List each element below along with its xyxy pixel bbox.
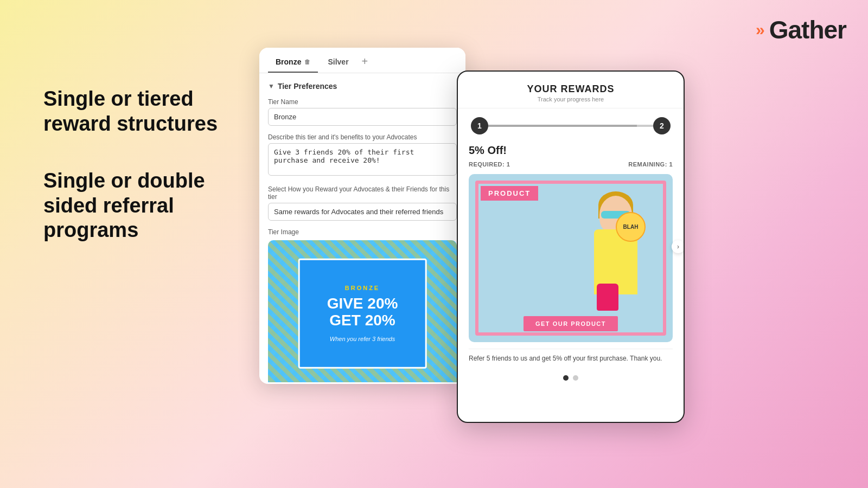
heading-double-sided: Single or double sided referral programs [43, 169, 250, 243]
speech-bubble: BLAH [616, 212, 646, 242]
dot-1[interactable] [563, 375, 569, 381]
rewards-header: YOUR REWARDS Track your progress here [458, 72, 684, 108]
progress-track: 1 2 [458, 108, 684, 139]
dot-2[interactable] [573, 375, 578, 381]
bronze-sub-text: When you refer 3 friends [330, 336, 395, 342]
chevron-down-icon: ▼ [268, 82, 275, 90]
section-title: Tier Preferences [278, 82, 337, 91]
reward-stats: REQUIRED: 1 REMAINING: 1 [469, 161, 673, 168]
rewards-panel: YOUR REWARDS Track your progress here 1 … [457, 70, 685, 423]
rewards-title: YOUR REWARDS [469, 84, 673, 95]
reward-select-label: Select How you Reward your Advocates & t… [268, 185, 457, 201]
progress-node-2: 2 [653, 117, 671, 134]
tier-desc-label: Describe this tier and it's benefits to … [268, 133, 457, 141]
progress-node-1: 1 [471, 117, 488, 134]
bronze-card-label: BRONZE [345, 285, 380, 291]
progress-line-fill [488, 125, 637, 127]
section-header: ▼ Tier Preferences [268, 82, 457, 91]
remaining-stat: REMAINING: 1 [628, 161, 673, 168]
bronze-card-inner: BRONZE GIVE 20% GET 20% When you refer 3… [298, 259, 427, 369]
delete-tab-icon[interactable]: 🗑 [304, 59, 310, 65]
reward-select-input[interactable] [268, 203, 457, 221]
tier-name-input[interactable] [268, 108, 457, 126]
left-text-area: Single or tiered reward structures Singl… [43, 87, 250, 243]
logo-area: » Gather [756, 15, 846, 44]
tab-bronze[interactable]: Bronze 🗑 [268, 54, 318, 73]
pagination-dots [469, 372, 673, 384]
product-card: PRODUCT BLAH GET OUR PRODUCT [469, 174, 673, 342]
reward-title: 5% Off! [469, 144, 673, 157]
tab-bronze-label: Bronze [276, 57, 301, 66]
tier-desc-group: Describe this tier and it's benefits to … [268, 133, 457, 178]
tabs-bar: Bronze 🗑 Silver + [259, 48, 465, 73]
logo-text: Gather [769, 15, 846, 44]
add-tab-button[interactable]: + [359, 55, 372, 72]
tier-image-label: Tier Image [268, 228, 457, 236]
tier-desc-textarea[interactable]: Give 3 friends 20% of their first purcha… [268, 143, 457, 176]
tier-name-label: Tier Name [268, 98, 457, 106]
bronze-big-text: GIVE 20% GET 20% [327, 296, 398, 329]
tab-silver[interactable]: Silver [320, 54, 356, 73]
reward-select-group: Select How you Reward your Advocates & t… [268, 185, 457, 221]
person-bag [597, 284, 618, 311]
progress-line [488, 125, 653, 127]
panel-content: ▼ Tier Preferences Tier Name Describe th… [259, 73, 465, 382]
admin-panel: Bronze 🗑 Silver + ▼ Tier Preferences Tie… [259, 48, 465, 384]
tier-name-group: Tier Name [268, 98, 457, 126]
heading-tiered: Single or tiered reward structures [43, 87, 250, 136]
side-chevron-icon[interactable]: › [672, 240, 685, 253]
reward-description: Refer 5 friends to us and get 5% off you… [469, 349, 673, 368]
reward-content: 5% Off! REQUIRED: 1 REMAINING: 1 PRODUCT [458, 139, 684, 393]
tab-silver-label: Silver [328, 57, 348, 66]
logo-chevron-icon: » [756, 22, 765, 38]
bronze-image-card: BRONZE GIVE 20% GET 20% When you refer 3… [268, 240, 457, 382]
product-cta-button[interactable]: GET OUR PRODUCT [524, 316, 618, 331]
rewards-subtitle: Track your progress here [469, 96, 673, 102]
product-label: PRODUCT [481, 186, 538, 201]
required-stat: REQUIRED: 1 [469, 161, 510, 168]
